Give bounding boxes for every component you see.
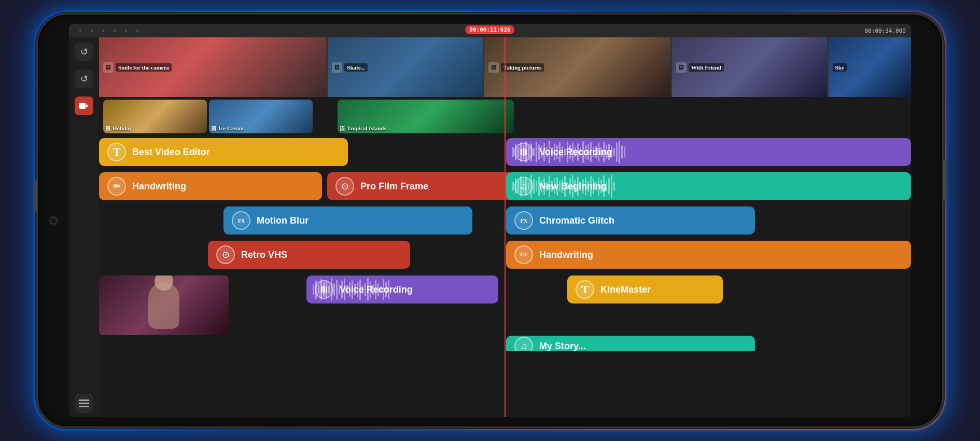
timeline-dot (114, 30, 116, 32)
track-partial[interactable]: ♫ My Story... (506, 336, 755, 351)
track-handwriting-1[interactable]: ✏ Handwriting (99, 172, 322, 200)
svg-rect-5 (521, 149, 522, 155)
main-content: 🖼 Smile for the camera 🖼 Skate... 🖼 (99, 37, 911, 417)
track-chromatic-glitch[interactable]: FX Chromatic Glitch (506, 206, 755, 235)
track-handwriting-2[interactable]: ✏ Handwriting (506, 241, 911, 269)
svg-rect-7 (525, 150, 527, 156)
track-label: Handwriting (539, 250, 593, 260)
svg-rect-4 (79, 406, 89, 407)
playhead-line (505, 37, 506, 417)
phone-body: 00:00:11:626 00:00:34.000 ↺ ↺ (36, 13, 944, 428)
svg-rect-8 (321, 286, 323, 293)
video-icon[interactable] (75, 97, 93, 115)
current-timecode: 00:00:11:626 (465, 25, 514, 34)
svg-rect-0 (79, 103, 86, 109)
track-label: Chromatic Glitch (539, 215, 614, 226)
timeline-dot (102, 30, 104, 32)
clip-label: Sky (833, 63, 847, 72)
phone-frame: 00:00:11:626 00:00:34.000 ↺ ↺ (36, 13, 944, 428)
track-label: New Beginning (539, 181, 607, 192)
video-clip-sky[interactable]: Sky (829, 37, 911, 97)
track-motion-blur[interactable]: FX Motion Blur (223, 206, 472, 235)
timeline-dot (125, 30, 127, 32)
clip-label: Skate... (344, 63, 368, 72)
clip-label: Smile for the camera (116, 63, 172, 72)
timeline-bar: 00:00:11:626 00:00:34.000 (69, 24, 911, 37)
volume-button (34, 181, 37, 212)
track-label: Voice Recording (340, 284, 413, 295)
photo-tile-holiday[interactable]: 🖼 Holiday (103, 100, 207, 133)
timeline-dot (79, 30, 81, 32)
svg-rect-6 (523, 148, 525, 156)
layers-icon[interactable] (75, 394, 93, 413)
video-clip-friend[interactable]: 🖼 With Friend (672, 37, 829, 97)
photo-tile-icecream[interactable]: 🖼 Ice Cream (209, 100, 313, 133)
track-retro-vhs[interactable]: ⊙ Retro VHS (208, 241, 410, 269)
track-pro-film-frame[interactable]: ⊙ Pro Film Frame (327, 172, 514, 200)
svg-rect-9 (324, 286, 325, 294)
track-new-beginning[interactable]: ♫ New Beginning (506, 172, 911, 200)
camera-lens (49, 216, 58, 225)
track-label: Handwriting (132, 181, 186, 192)
track-label: My Story... (539, 341, 586, 352)
timeline-dot (91, 30, 93, 32)
timeline-dot (136, 30, 138, 32)
photo-label-text: Ice Cream (218, 125, 244, 131)
undo-button[interactable]: ↺ (75, 43, 93, 61)
video-clip-skate[interactable]: 🖼 Skate... (328, 37, 484, 97)
clip-label: Taking pictures (501, 63, 544, 72)
track-voice-recording-1[interactable]: Voice Recording (506, 138, 911, 166)
track-label: KineMaster (600, 284, 651, 295)
redo-button[interactable]: ↺ (75, 70, 93, 88)
svg-rect-10 (326, 287, 327, 293)
track-voice-recording-2[interactable]: Voice Recording (306, 275, 498, 304)
photo-label-text: Holiday (113, 125, 132, 131)
track-best-video-editor[interactable]: T Best Video Editor (99, 138, 348, 166)
track-kinemaster[interactable]: T KineMaster (567, 275, 723, 304)
clip-label: With Friend (689, 63, 724, 72)
bottom-video-clip[interactable] (99, 275, 229, 335)
left-sidebar: ↺ ↺ (69, 37, 99, 417)
photo-label-text: Tropical Islands (347, 125, 386, 131)
track-label: Voice Recording (539, 147, 612, 158)
track-label: Motion Blur (257, 215, 309, 226)
track-label: Retro VHS (241, 250, 287, 260)
track-label: Pro Film Frame (360, 181, 428, 192)
video-clip-taking[interactable]: 🖼 Taking pictures (484, 37, 672, 97)
photo-tile-tropical[interactable]: 🖼 Tropical Islands (338, 100, 514, 133)
svg-rect-3 (79, 403, 89, 404)
screen: 00:00:11:626 00:00:34.000 ↺ ↺ (69, 24, 911, 417)
track-label: Best Video Editor (132, 147, 210, 158)
video-clip-smile[interactable]: 🖼 Smile for the camera (99, 37, 328, 97)
svg-rect-2 (79, 399, 89, 401)
svg-marker-1 (86, 104, 89, 107)
power-button (943, 160, 946, 201)
total-timecode: 00:00:34.000 (865, 27, 906, 34)
